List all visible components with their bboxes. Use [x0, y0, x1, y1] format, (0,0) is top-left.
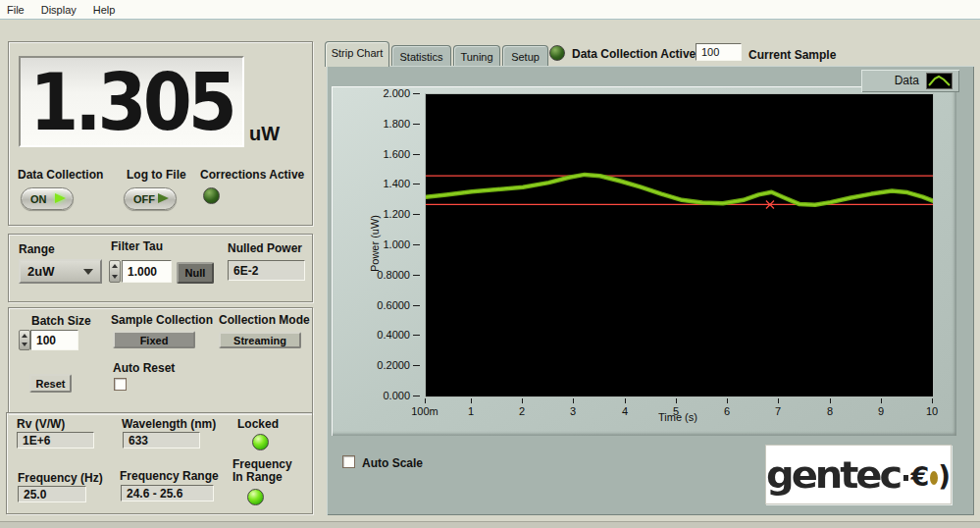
- auto-reset-label: Auto Reset: [113, 361, 175, 375]
- data-collection-active-label: Data Collection Active: [572, 47, 696, 61]
- corrections-active-led: [203, 187, 220, 204]
- power-meter-application: { "menu_bar": { "items": ["File", "Displ…: [0, 0, 980, 528]
- y-tick-label: 0.000: [334, 390, 410, 401]
- x-tick-mark: [881, 398, 882, 403]
- log-to-file-label: Log to File: [127, 168, 186, 182]
- logo-dash-icon: [903, 475, 908, 481]
- reset-button[interactable]: Reset: [29, 374, 72, 393]
- menu-item-file[interactable]: File: [0, 1, 34, 16]
- x-tick-label: 8: [810, 405, 850, 417]
- power-value: 1.305: [29, 62, 233, 141]
- menu-bar: FileDisplayHelp: [0, 0, 980, 20]
- y-tick-label: 2.000: [334, 87, 410, 99]
- data-collection-label: Data Collection: [18, 168, 103, 182]
- tab-tuning[interactable]: Tuning: [453, 45, 500, 67]
- plot-legend[interactable]: Data: [861, 70, 959, 92]
- x-tick-mark: [778, 398, 779, 403]
- y-tick-mark: [413, 124, 420, 125]
- collection-mode-label: Collection Mode: [219, 313, 310, 327]
- current-sample-field: 100: [696, 43, 742, 61]
- x-tick-mark: [676, 398, 677, 403]
- auto-scale-label: Auto Scale: [362, 456, 423, 470]
- window-bottom-edge: [0, 521, 980, 528]
- data-collection-state: ON: [30, 193, 47, 205]
- y-tick-mark: [413, 396, 420, 396]
- batch-panel: Batch Size 100 Reset Sample Collection F…: [8, 307, 313, 414]
- chevron-down-icon: [83, 269, 93, 275]
- x-tick-mark: [522, 398, 523, 403]
- y-tick-label: 1.600: [334, 148, 410, 160]
- tab-strip-chart[interactable]: Strip Chart: [325, 41, 389, 67]
- x-tick-mark: [471, 398, 472, 403]
- x-tick-label: 1: [451, 405, 490, 417]
- tab-setup[interactable]: Setup: [502, 45, 548, 67]
- gentec-eo-logo: gentec € ): [765, 445, 952, 504]
- y-tick-mark: [413, 244, 420, 245]
- current-sample-label: Current Sample: [748, 48, 836, 62]
- meter-panel: 1.305 uW Data Collection Log to File Cor…: [8, 41, 313, 226]
- strip-chart-plot[interactable]: [425, 93, 934, 397]
- detector-panel: Rv (V/W) 1E+6 Wavelength (nm) 633 Locked…: [6, 412, 313, 514]
- filter-tau-input[interactable]: 1.000: [122, 260, 172, 283]
- tab-statistics[interactable]: Statistics: [391, 45, 451, 67]
- range-dropdown[interactable]: 2uW: [19, 259, 102, 284]
- filter-tau-label: Filter Tau: [111, 239, 163, 253]
- x-tick-label: 3: [553, 405, 593, 417]
- y-tick-mark: [413, 305, 420, 306]
- legend-series-name: Data: [895, 74, 919, 87]
- x-tick-mark: [727, 398, 728, 403]
- y-axis-title: Power (uW): [369, 194, 383, 292]
- null-button[interactable]: Null: [177, 262, 214, 284]
- sample-collection-button[interactable]: Fixed: [113, 331, 195, 348]
- y-tick-mark: [413, 275, 420, 276]
- range-label: Range: [19, 242, 55, 256]
- frequency-field: 25.0: [18, 486, 86, 502]
- wavelength-field: 633: [123, 432, 200, 449]
- logo-epsilon: €: [910, 461, 929, 492]
- sample-collection-label: Sample Collection: [111, 313, 213, 327]
- data-collection-active-led: [549, 45, 565, 61]
- x-tick-mark: [932, 398, 933, 403]
- locked-led: [252, 434, 269, 450]
- logo-paren: ): [938, 460, 951, 493]
- x-tick-mark: [830, 398, 831, 403]
- frequency-range-field: 24.6 - 25.6: [121, 485, 214, 502]
- locked-label: Locked: [237, 417, 279, 431]
- x-tick-mark: [425, 398, 426, 403]
- toggle-arrow-icon: [158, 193, 169, 203]
- y-tick-label: 1.400: [334, 178, 410, 189]
- x-axis-title: Time (s): [639, 411, 717, 423]
- y-tick-mark: [413, 184, 420, 185]
- rv-label: Rv (V/W): [17, 417, 65, 431]
- x-tick-label: 10: [912, 405, 952, 417]
- x-tick-label: 100m: [405, 405, 444, 417]
- batch-size-stepper[interactable]: [19, 330, 30, 350]
- menu-item-display[interactable]: Display: [34, 1, 86, 16]
- y-tick-mark: [413, 154, 420, 155]
- frequency-in-range-label: Frequency In Range: [232, 458, 305, 484]
- y-tick-label: 0.4000: [334, 329, 410, 341]
- power-unit: uW: [249, 123, 280, 145]
- toggle-arrow-icon: [55, 193, 66, 203]
- frequency-range-label: Frequency Range: [120, 469, 219, 483]
- auto-scale-checkbox[interactable]: [342, 455, 355, 468]
- wavelength-label: Wavelength (nm): [122, 417, 216, 431]
- y-tick-label: 0.6000: [334, 299, 410, 311]
- y-tick-mark: [413, 214, 420, 215]
- power-display: 1.305: [19, 56, 244, 147]
- log-to-file-state: OFF: [133, 193, 155, 205]
- y-tick-mark: [413, 93, 420, 94]
- nulled-power-label: Nulled Power: [228, 241, 302, 255]
- x-tick-mark: [573, 398, 574, 403]
- batch-size-input[interactable]: 100: [30, 330, 78, 350]
- x-tick-label: 2: [502, 405, 542, 417]
- log-to-file-toggle[interactable]: OFF: [124, 187, 177, 210]
- filter-tau-stepper[interactable]: [109, 260, 121, 283]
- menu-item-help[interactable]: Help: [86, 1, 126, 16]
- rv-field: 1E+6: [17, 432, 94, 449]
- collection-mode-button[interactable]: Streaming: [219, 332, 301, 348]
- auto-reset-checkbox[interactable]: [114, 378, 127, 391]
- data-collection-toggle[interactable]: ON: [21, 187, 74, 210]
- range-panel: Range 2uW Filter Tau 1.000 Null Nulled P…: [8, 234, 313, 302]
- batch-size-label: Batch Size: [31, 314, 91, 328]
